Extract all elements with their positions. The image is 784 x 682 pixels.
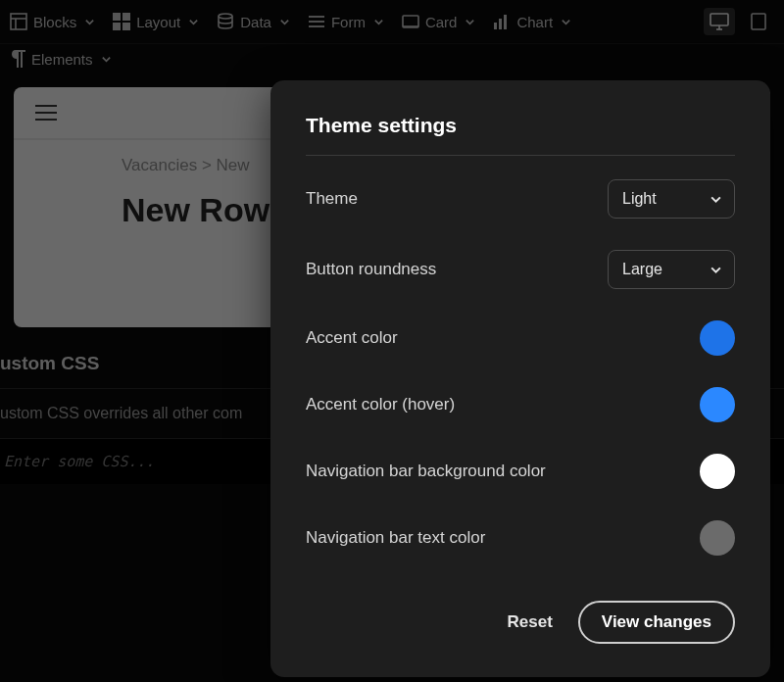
chevron-down-icon [188,17,199,27]
chevron-down-icon [465,17,475,27]
toolbar-elements[interactable]: Elements [10,50,112,68]
toolbar-label: Form [331,14,366,30]
toolbar-label: Blocks [33,14,76,30]
svg-rect-3 [113,13,121,21]
svg-rect-19 [752,14,765,29]
hamburger-menu[interactable] [35,105,57,121]
device-desktop-button[interactable] [704,8,735,35]
chevron-down-icon [710,193,722,206]
chevron-down-icon [279,17,290,27]
tablet-icon [751,13,766,30]
nav-bg-label: Navigation bar background color [306,462,546,481]
nav-bg-row: Navigation bar background color [306,438,735,505]
form-icon [308,13,325,30]
theme-select-value: Light [622,190,657,208]
nav-text-label: Navigation bar text color [306,528,485,548]
toolbar-label: Card [425,14,458,30]
toolbar-label: Layout [136,14,180,30]
nav-text-color-swatch[interactable] [700,520,735,556]
layout-icon [113,13,130,30]
toolbar-chart[interactable]: Chart [493,13,571,30]
svg-rect-14 [499,19,502,29]
toolbar-label: Data [240,14,271,30]
chevron-down-icon [561,17,571,27]
roundness-select[interactable]: Large [608,250,735,289]
view-changes-button[interactable]: View changes [578,601,735,644]
accent-label: Accent color [306,328,398,348]
paragraph-icon [10,50,25,68]
svg-rect-15 [504,15,507,29]
theme-row: Theme Light [306,164,735,234]
svg-rect-0 [11,14,26,29]
theme-select[interactable]: Light [608,179,735,219]
reset-button[interactable]: Reset [508,612,553,632]
svg-rect-5 [113,23,121,30]
toolbar-label: Elements [31,51,93,68]
nav-bg-color-swatch[interactable] [700,454,735,489]
svg-rect-6 [122,23,130,30]
toolbar-row-2: Elements [0,44,784,77]
modal-title: Theme settings [306,114,735,137]
chevron-down-icon [101,54,112,65]
toolbar-layout[interactable]: Layout [113,13,199,30]
roundness-label: Button roundness [306,260,436,279]
theme-settings-modal: Theme settings Theme Light Button roundn… [270,80,770,677]
desktop-icon [710,13,729,30]
svg-rect-4 [122,13,130,21]
roundness-row: Button roundness Large [306,234,735,305]
chevron-down-icon [710,264,722,276]
theme-label: Theme [306,189,358,209]
device-tablet-button[interactable] [743,8,774,35]
blocks-icon [10,13,27,30]
roundness-select-value: Large [622,261,662,278]
accent-hover-color-swatch[interactable] [700,387,735,422]
accent-color-swatch[interactable] [700,320,735,356]
toolbar-row-1: Blocks Layout Data Form Card Chart [0,0,784,44]
chevron-down-icon [84,17,95,27]
accent-hover-row: Accent color (hover) [306,371,735,438]
toolbar-label: Chart [516,14,553,30]
chart-icon [493,13,511,30]
toolbar-card[interactable]: Card [402,13,476,30]
accent-row: Accent color [306,305,735,371]
accent-hover-label: Accent color (hover) [306,395,455,414]
svg-point-7 [219,14,232,19]
toolbar-data[interactable]: Data [217,13,290,30]
divider [306,155,735,156]
database-icon [217,13,234,30]
card-icon [402,13,419,30]
toolbar-blocks[interactable]: Blocks [10,13,95,30]
chevron-down-icon [373,17,384,27]
modal-footer: Reset View changes [306,601,735,644]
toolbar-form[interactable]: Form [308,13,384,30]
svg-rect-16 [710,14,728,25]
svg-rect-13 [494,23,497,29]
nav-text-row: Navigation bar text color [306,505,735,571]
